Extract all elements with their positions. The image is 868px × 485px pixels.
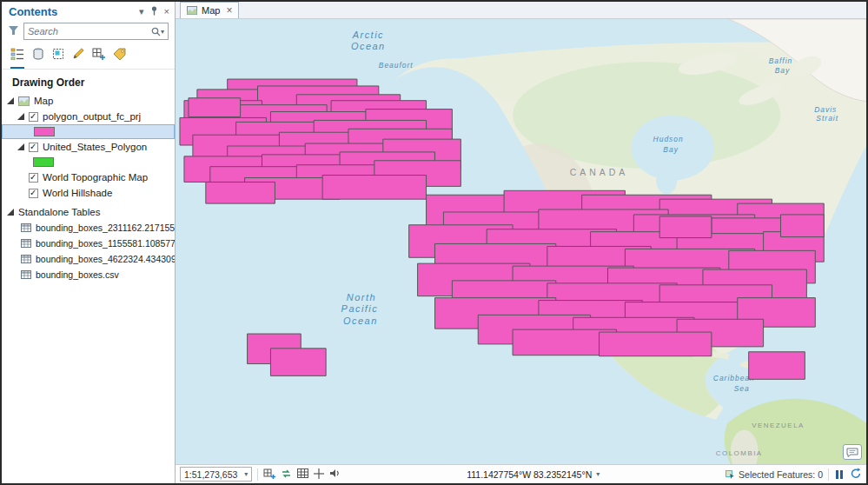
list-by-snapping-icon[interactable] <box>92 48 105 69</box>
swap-arrows-icon[interactable] <box>281 468 292 481</box>
polygon-symbol-swatch[interactable] <box>34 127 55 136</box>
table-icon <box>21 239 31 248</box>
expander-icon[interactable] <box>17 113 24 120</box>
status-bar-tools <box>263 468 341 481</box>
expander-icon[interactable] <box>7 209 14 216</box>
tree-node-layer-2[interactable]: World Topographic Map <box>2 169 175 185</box>
contents-tree: Drawing Order Map polygon_output_fc_prj … <box>2 70 175 483</box>
speaker-icon[interactable] <box>329 468 341 480</box>
table-icon <box>21 270 31 279</box>
tree-node-table-3[interactable]: bounding_boxes.csv <box>2 267 175 282</box>
tree-node-layer-1[interactable]: United_States_Polygon <box>2 139 175 155</box>
crosshair-icon[interactable] <box>314 468 324 481</box>
layer-visibility-checkbox[interactable] <box>29 189 38 198</box>
layer-label: polygon_output_fc_prj <box>43 111 141 122</box>
svg-text:North: North <box>347 292 376 302</box>
contents-search-row: ▾ <box>2 20 175 43</box>
grid-plus-icon[interactable] <box>263 468 275 481</box>
layer-visibility-checkbox[interactable] <box>29 173 38 183</box>
layer-label: World Topographic Map <box>43 172 148 183</box>
svg-text:Arctic: Arctic <box>352 30 384 40</box>
map-scale-value: 1:51,273,653 <box>184 469 237 480</box>
list-by-drawing-order-icon[interactable] <box>10 48 24 69</box>
map-pane: Map × <box>176 2 866 483</box>
tree-node-standalone-tables[interactable]: Standalone Tables <box>2 204 175 220</box>
coordinates-value: 111.1427754°W 83.2352145°N <box>467 469 592 480</box>
svg-text:Strait: Strait <box>816 114 838 123</box>
svg-text:COLOMBIA: COLOMBIA <box>716 449 763 457</box>
svg-text:Sea: Sea <box>734 384 750 393</box>
svg-text:CANADA: CANADA <box>570 168 628 177</box>
svg-text:Hudson: Hudson <box>653 135 684 143</box>
table-icon <box>21 255 31 263</box>
contents-toolbar <box>2 43 175 70</box>
tab-close-icon[interactable]: × <box>226 5 232 16</box>
svg-text:Bay: Bay <box>663 145 679 154</box>
layer-0-symbol-row[interactable] <box>2 124 175 139</box>
tree-node-map[interactable]: Map <box>2 93 175 109</box>
search-dropdown-icon[interactable]: ▾ <box>161 28 164 36</box>
selected-features-label: Selected Features: 0 <box>739 469 823 480</box>
refresh-button[interactable] <box>850 468 862 481</box>
svg-text:Bay: Bay <box>775 66 791 75</box>
tab-map[interactable]: Map × <box>180 2 239 18</box>
svg-text:Baffin: Baffin <box>769 56 793 65</box>
drawing-order-heading: Drawing Order <box>2 70 175 93</box>
contents-pane: Contents ▾ × ▾ <box>2 2 176 483</box>
svg-text:VENEZUELA: VENEZUELA <box>752 422 805 429</box>
notification-bubble-icon[interactable] <box>843 444 862 460</box>
layer-visibility-checkbox[interactable] <box>29 112 38 122</box>
pause-drawing-button[interactable] <box>834 470 845 479</box>
pin-icon[interactable] <box>150 6 158 17</box>
selection-icon <box>726 470 735 479</box>
tree-node-layer-3[interactable]: World Hillshade <box>2 185 175 201</box>
cursor-coordinates[interactable]: 111.1427754°W 83.2352145°N ▾ <box>467 469 600 480</box>
view-tab-strip: Map × <box>176 2 866 19</box>
filter-icon[interactable] <box>8 23 19 39</box>
layer-visibility-checkbox[interactable] <box>29 143 38 152</box>
status-bar: 1:51,273,653 ▾ 111.1427754°W 83.2352145°… <box>176 464 866 483</box>
layer-1-symbol-row[interactable] <box>2 155 175 169</box>
table-label: bounding_boxes_2311162.217155.csv <box>36 223 175 233</box>
svg-text:Beaufort: Beaufort <box>379 61 414 70</box>
svg-text:Ocean: Ocean <box>343 316 378 326</box>
svg-text:Ocean: Ocean <box>351 41 386 51</box>
list-by-editing-icon[interactable] <box>72 48 84 69</box>
svg-text:Davis: Davis <box>814 105 837 114</box>
table-label: bounding_boxes.csv <box>36 269 119 280</box>
tree-node-layer-0[interactable]: polygon_output_fc_prj <box>2 109 175 124</box>
map-icon <box>18 96 30 106</box>
tree-node-table-1[interactable]: bounding_boxes_1155581.108577.csv <box>2 236 175 251</box>
expander-icon[interactable] <box>7 97 14 104</box>
map-node-label: Map <box>34 96 53 106</box>
map-tab-icon <box>187 6 197 15</box>
scale-dropdown-icon: ▾ <box>244 470 248 478</box>
search-input[interactable] <box>28 26 151 37</box>
polygon-symbol-swatch[interactable] <box>33 157 54 167</box>
pane-menu-chevron-icon[interactable]: ▾ <box>139 7 144 17</box>
map-canvas: ArcticOceanBeaufortBaffinBayDavisStraitH… <box>176 19 866 464</box>
coordinates-dropdown-icon: ▾ <box>596 470 600 478</box>
list-by-data-source-icon[interactable] <box>32 48 44 69</box>
selected-features-indicator[interactable]: Selected Features: 0 <box>726 469 823 480</box>
tab-map-label: Map <box>202 5 220 16</box>
expander-icon[interactable] <box>17 143 24 150</box>
tree-node-table-2[interactable]: bounding_boxes_4622324.434309.csv <box>2 251 175 267</box>
tree-node-table-0[interactable]: bounding_boxes_2311162.217155.csv <box>2 220 175 236</box>
search-box: ▾ <box>23 23 169 40</box>
table-label: bounding_boxes_4622324.434309.csv <box>36 254 175 264</box>
close-pane-icon[interactable]: × <box>164 7 169 17</box>
table-icon <box>21 223 31 232</box>
map-scale-combo[interactable]: 1:51,273,653 ▾ <box>180 467 252 482</box>
arcgis-pro-window: Contents ▾ × ▾ <box>0 0 868 485</box>
contents-pane-header: Contents ▾ × <box>2 2 175 20</box>
map-view[interactable]: ArcticOceanBeaufortBaffinBayDavisStraitH… <box>176 19 866 464</box>
list-by-labeling-icon[interactable] <box>113 48 126 69</box>
layer-label: World Hillshade <box>43 188 112 198</box>
svg-text:Pacific: Pacific <box>341 303 379 314</box>
list-by-selection-icon[interactable] <box>52 48 64 69</box>
table-grid-icon[interactable] <box>297 468 308 480</box>
layer-label: United_States_Polygon <box>43 142 147 152</box>
standalone-tables-label: Standalone Tables <box>18 207 100 217</box>
table-label: bounding_boxes_1155581.108577.csv <box>36 238 175 249</box>
